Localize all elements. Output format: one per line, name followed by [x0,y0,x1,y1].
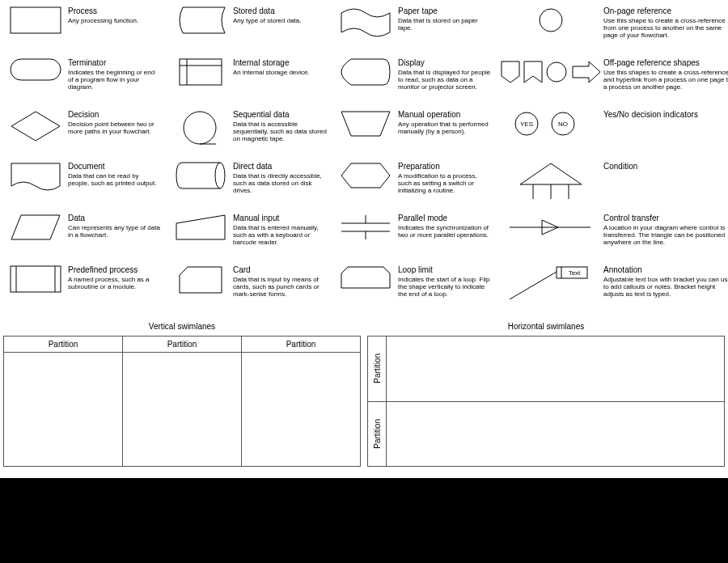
hswim-container: Partition Partition [367,336,725,467]
svg-text:Text: Text [569,269,581,277]
internal-storage-icon [168,58,233,86]
horizontal-swimlanes: Horizontal swimlanes Partition Partition [367,322,725,467]
shape-internal-storage: Internal storageAn internal storage devi… [168,57,330,108]
label: Document [68,162,162,171]
shape-direct-data: Direct dataData that is directly accessi… [168,160,330,212]
partition-header: Partition [373,353,382,383]
desc: Decision point between two or more paths… [68,121,162,135]
desc: Any operation that is performed manually… [398,121,492,135]
shape-process: ProcessAny processing function. [3,5,165,57]
shape-sequential-data: Sequential dataData that is accessible s… [168,108,330,160]
swimlanes-section: Vertical swimlanes Partition Partition P… [0,315,728,467]
svg-rect-22 [11,266,61,292]
shape-predefined-process: Predefined processA named process, such … [3,264,165,315]
desc: Data that can be read by people, such as… [68,172,162,187]
svg-rect-0 [11,7,61,33]
desc: Adjustable text box with bracket you can… [603,276,728,298]
desc: Data that is displayed for people to rea… [398,69,492,91]
preparation-icon [333,162,398,189]
desc: Data that is input by means of cards, su… [233,276,327,298]
svg-rect-3 [180,59,222,85]
desc: Data that is accessible sequentially, su… [233,121,327,143]
label: Annotation [603,265,728,275]
label: Data [68,214,162,223]
partition-header: Partition [373,419,382,449]
shape-manual-operation: Manual operationAny operation that is pe… [333,108,495,160]
vswim-container: Partition Partition Partition [3,336,361,467]
label: Terminator [68,58,162,68]
desc: Any processing function. [68,17,162,24]
shape-display: DisplayData that is displayed for people… [333,57,495,108]
label: Internal storage [233,58,327,68]
shape-manual-input: Manual inputData that is entered manuall… [168,212,330,264]
desc: Indicates the synchronization of two or … [398,224,492,239]
decision-icon [3,110,68,142]
data-icon [3,214,68,241]
shape-condition: Condition [498,160,728,212]
annotation-icon: Text [498,265,603,301]
desc: A modification to a process, such as set… [398,172,492,195]
desc: A named process, such as a subroutine or… [68,276,162,290]
shape-card: CardData that is input by means of cards… [168,264,330,315]
svg-text:NO: NO [558,121,568,128]
label: Condition [603,162,728,171]
desc: A location in your diagram where control… [603,224,728,247]
desc: Indicates the beginning or end of a prog… [68,69,162,91]
label: Display [398,58,492,68]
shape-stored-data: Stored dataAny type of stored data. [168,5,330,57]
shape-off-page-reference: Off-page reference shapesUse this shapes… [498,57,728,108]
bottom-bar [0,478,728,563]
partition-header: Partition [4,337,122,353]
shape-preparation: PreparationA modification to a process, … [333,160,495,212]
label: Manual input [233,214,327,223]
display-icon [333,58,398,86]
label: Decision [68,110,162,120]
desc: Indicates the start of a loop. Flip the … [398,276,492,298]
desc: Use this shapes to create a cross-refere… [603,69,728,91]
label: On-page reference [603,6,728,16]
stored-data-icon [168,6,233,34]
shape-terminator: TerminatorIndicates the beginning or end… [3,57,165,108]
sequential-data-icon [168,110,233,147]
off-page-reference-icon [498,58,603,86]
label: Predefined process [68,265,162,275]
shape-loop-limit: Loop limitIndicates the start of a loop.… [333,264,495,315]
desc: Data that is stored on paper tape. [398,17,492,32]
partition-header: Partition [123,337,241,353]
shape-control-transfer: Control transferA location in your diagr… [498,212,728,264]
svg-point-1 [540,9,562,32]
desc: Any type of stored data. [233,17,327,24]
shape-on-page-reference: On-page referenceUse this shape to creat… [498,5,728,57]
label: Off-page reference shapes [603,58,728,68]
svg-point-7 [184,112,216,144]
paper-tape-icon [333,6,398,39]
terminator-icon [3,58,68,81]
shape-decision: DecisionDecision point between two or mo… [3,108,165,160]
parallel-mode-icon [333,214,398,241]
label: Sequential data [233,110,327,120]
shape-paper-tape: Paper tapeData that is stored on paper t… [333,5,495,57]
on-page-reference-icon [498,6,603,34]
direct-data-icon [168,162,233,189]
label: Preparation [398,162,492,171]
label: Paper tape [398,6,492,16]
hswim-title: Horizontal swimlanes [367,322,725,331]
svg-point-13 [215,163,225,188]
label: Control transfer [603,214,728,223]
card-icon [168,265,233,294]
shape-yes-no: YESNO Yes/No decision indicators [498,108,728,160]
label: Parallel mode [398,214,492,223]
shapes-grid: ProcessAny processing function. Stored d… [0,0,728,315]
label: Loop limit [398,265,492,275]
vertical-swimlanes: Vertical swimlanes Partition Partition P… [3,322,361,467]
process-icon [3,6,68,34]
svg-rect-2 [11,59,61,80]
shape-data: DataCan represents any type of data in a… [3,212,165,264]
svg-line-25 [510,272,557,299]
label: Direct data [233,162,327,171]
shape-parallel-mode: Parallel modeIndicates the synchronizati… [333,212,495,264]
predefined-process-icon [3,265,68,293]
label: Yes/No decision indicators [603,110,728,120]
vswim-title: Vertical swimlanes [3,322,361,331]
label: Process [68,6,162,16]
